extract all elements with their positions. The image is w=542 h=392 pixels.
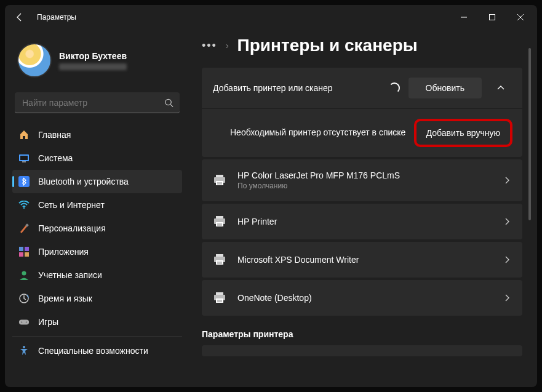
- sidebar-item-label: Специальные возможности: [38, 346, 148, 356]
- printer-row[interactable]: OneNote (Desktop): [202, 280, 522, 316]
- brush-icon: [18, 223, 30, 234]
- sidebar-item-accounts[interactable]: Учетные записи: [12, 263, 182, 287]
- apps-icon: [18, 246, 30, 257]
- account-icon: [18, 270, 30, 281]
- svg-point-17: [22, 322, 23, 323]
- sidebar-item-label: Главная: [38, 130, 71, 140]
- breadcrumb-more-icon[interactable]: •••: [202, 39, 217, 52]
- collapse-button[interactable]: [490, 78, 511, 98]
- sidebar-item-label: Учетные записи: [38, 270, 102, 280]
- svg-point-2: [165, 99, 171, 105]
- add-device-label: Добавить принтер или сканер: [213, 83, 380, 93]
- printer-settings-card[interactable]: [202, 345, 522, 356]
- sidebar-item-label: Игры: [38, 317, 58, 327]
- home-icon: [18, 129, 30, 140]
- profile-name: Виктор Бухтеев: [59, 51, 127, 61]
- printer-icon: [213, 253, 226, 266]
- missing-printer-row: Необходимый принтер отсутствует в списке…: [202, 108, 522, 157]
- wifi-icon: [18, 199, 30, 210]
- chevron-right-icon: [504, 177, 511, 184]
- svg-point-14: [22, 271, 26, 276]
- add-device-card: Добавить принтер или сканер Обновить Нео…: [202, 68, 522, 157]
- access-icon: [18, 345, 30, 356]
- svg-rect-11: [25, 247, 29, 251]
- printer-info: HP Color LaserJet Pro MFP M176 PCLmSПо у…: [237, 170, 493, 190]
- window-controls: [450, 7, 535, 27]
- printer-name: Microsoft XPS Document Writer: [237, 255, 493, 265]
- profile-email: [59, 63, 127, 70]
- main-panel: ••• › Принтеры и сканеры Добавить принте…: [189, 30, 537, 387]
- svg-rect-16: [19, 319, 29, 324]
- printer-icon: [213, 215, 226, 228]
- time-icon: [18, 293, 30, 304]
- close-button[interactable]: [506, 7, 535, 27]
- sidebar-item-bluetooth[interactable]: Bluetooth и устройства: [12, 170, 182, 193]
- titlebar: Параметры: [5, 5, 537, 30]
- add-manually-button[interactable]: Добавить вручную: [414, 119, 512, 147]
- page-title: Принтеры и сканеры: [237, 36, 418, 55]
- svg-line-3: [170, 105, 173, 107]
- printer-info: HP Printer: [237, 217, 493, 226]
- printer-row[interactable]: HP Color LaserJet Pro MFP M176 PCLmSПо у…: [202, 159, 522, 201]
- sidebar-item-label: Приложения: [38, 247, 89, 257]
- svg-rect-20: [216, 175, 223, 177]
- system-icon: [18, 153, 30, 164]
- profile[interactable]: Виктор Бухтеев: [12, 37, 182, 89]
- spinner-icon: [389, 82, 400, 94]
- chevron-right-icon: [504, 294, 511, 302]
- sidebar-item-time[interactable]: Время и язык: [12, 287, 182, 310]
- sidebar-item-system[interactable]: Система: [12, 146, 182, 170]
- sidebar-item-label: Время и язык: [38, 294, 92, 303]
- svg-rect-35: [216, 292, 223, 295]
- printer-subtitle: По умолчанию: [237, 182, 493, 190]
- minimize-button[interactable]: [450, 7, 478, 27]
- sidebar: Виктор Бухтеев Главная Система: [5, 30, 189, 387]
- svg-rect-1: [490, 15, 495, 20]
- missing-printer-text: Необходимый принтер отсутствует в списке: [230, 127, 414, 139]
- printer-settings-heading: Параметры принтера: [202, 329, 522, 339]
- search-input[interactable]: [15, 92, 180, 113]
- sidebar-item-label: Bluetooth и устройства: [38, 177, 129, 186]
- sidebar-item-network[interactable]: Сеть и Интернет: [12, 193, 182, 217]
- sidebar-item-accessibility[interactable]: Специальные возможности: [12, 339, 182, 362]
- chevron-right-icon: ›: [226, 41, 229, 50]
- printer-icon: [213, 291, 226, 305]
- avatar: [17, 43, 52, 78]
- nav-divider: [12, 336, 182, 337]
- svg-point-18: [26, 322, 27, 323]
- scrollbar[interactable]: [528, 48, 531, 380]
- scrollbar-thumb[interactable]: [528, 48, 531, 220]
- printer-icon: [213, 174, 226, 187]
- svg-rect-25: [216, 216, 223, 218]
- sidebar-item-personalization[interactable]: Персонализация: [12, 217, 182, 240]
- sidebar-item-apps[interactable]: Приложения: [12, 240, 182, 263]
- printer-row[interactable]: HP Printer: [202, 204, 522, 239]
- printer-name: OneNote (Desktop): [237, 293, 493, 303]
- nav-list: Главная Система Bluetooth и устройства С…: [12, 123, 182, 362]
- svg-rect-5: [20, 156, 28, 160]
- svg-point-19: [23, 346, 25, 348]
- sidebar-item-gaming[interactable]: Игры: [12, 310, 182, 334]
- settings-window: Параметры Виктор Бухтеев: [5, 5, 537, 387]
- printer-info: OneNote (Desktop): [237, 293, 493, 303]
- add-device-row: Добавить принтер или сканер Обновить: [202, 68, 522, 108]
- printer-name: HP Printer: [237, 217, 493, 226]
- refresh-button[interactable]: Обновить: [408, 78, 482, 98]
- bluetooth-icon: [18, 176, 30, 187]
- search-icon: [164, 98, 173, 108]
- svg-rect-30: [216, 254, 223, 257]
- chevron-right-icon: [504, 218, 511, 225]
- printer-name: HP Color LaserJet Pro MFP M176 PCLmS: [237, 170, 493, 180]
- game-icon: [18, 316, 30, 327]
- printer-row[interactable]: Microsoft XPS Document Writer: [202, 242, 522, 278]
- search-box: [15, 92, 180, 113]
- maximize-button[interactable]: [478, 7, 506, 27]
- content: Виктор Бухтеев Главная Система: [5, 30, 537, 387]
- sidebar-item-label: Система: [38, 153, 73, 163]
- back-button[interactable]: [7, 5, 32, 30]
- sidebar-item-home[interactable]: Главная: [12, 123, 182, 146]
- window-title: Параметры: [37, 13, 76, 22]
- sidebar-item-label: Персонализация: [38, 223, 106, 233]
- sidebar-item-label: Сеть и Интернет: [38, 200, 105, 210]
- svg-rect-10: [19, 247, 23, 251]
